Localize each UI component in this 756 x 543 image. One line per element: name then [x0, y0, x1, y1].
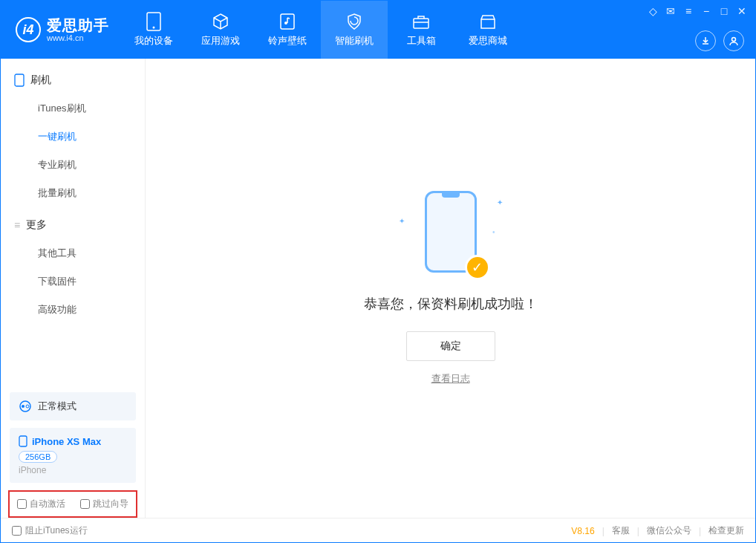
- success-message: 恭喜您，保资料刷机成功啦！: [364, 295, 538, 313]
- svg-rect-10: [19, 436, 27, 446]
- maximize-button[interactable]: □: [718, 5, 730, 17]
- nav-store[interactable]: 爱思商城: [454, 1, 521, 59]
- nav-apps-games[interactable]: 应用游戏: [187, 1, 254, 59]
- header-actions: [695, 30, 744, 51]
- download-button[interactable]: [695, 30, 716, 51]
- skin-icon[interactable]: ◇: [647, 5, 659, 17]
- mode-icon: [19, 400, 32, 413]
- app-subtitle: www.i4.cn: [47, 33, 109, 42]
- success-illustration: ✦ ✦ • ✓: [403, 191, 499, 280]
- svg-point-3: [284, 22, 287, 25]
- svg-point-9: [26, 405, 29, 408]
- svg-point-5: [732, 38, 736, 42]
- account-button[interactable]: [723, 30, 744, 51]
- version-label: V8.16: [571, 526, 594, 536]
- flash-options-highlighted: 自动激活 跳过向导: [8, 490, 137, 518]
- svg-rect-4: [414, 19, 428, 28]
- ok-button[interactable]: 确定: [406, 331, 495, 361]
- app-title: 爱思助手: [47, 17, 109, 33]
- device-icon: [144, 12, 163, 31]
- block-itunes-checkbox[interactable]: 阻止iTunes运行: [12, 524, 88, 537]
- svg-point-1: [153, 27, 155, 29]
- sidebar-item-advanced[interactable]: 高级功能: [1, 296, 145, 324]
- app-logo-icon: i4: [16, 17, 41, 42]
- minimize-button[interactable]: −: [700, 5, 712, 17]
- footer-check-update[interactable]: 检查更新: [708, 524, 744, 537]
- phone-icon: [14, 74, 25, 87]
- footer-support[interactable]: 客服: [612, 524, 630, 537]
- sidebar-item-download-firmware[interactable]: 下载固件: [1, 267, 145, 296]
- device-type: iPhone: [19, 465, 127, 475]
- svg-rect-6: [15, 74, 24, 86]
- footer: 阻止iTunes运行 V8.16 | 客服 | 微信公众号 | 检查更新: [1, 518, 755, 543]
- list-icon: ≡: [14, 219, 20, 231]
- nav-smart-flash[interactable]: 智能刷机: [321, 1, 388, 59]
- device-info[interactable]: iPhone XS Max 256GB iPhone: [10, 428, 136, 483]
- store-icon: [478, 12, 498, 31]
- sidebar-item-itunes-flash[interactable]: iTunes刷机: [1, 94, 145, 123]
- app-header: i4 爱思助手 www.i4.cn 我的设备 应用游戏 铃声壁纸 智能刷机 工具…: [1, 1, 755, 59]
- sidebar-item-other-tools[interactable]: 其他工具: [1, 239, 145, 267]
- main-content: ✦ ✦ • ✓ 恭喜您，保资料刷机成功啦！ 确定 查看日志: [146, 59, 755, 518]
- menu-icon[interactable]: ≡: [682, 5, 694, 17]
- sidebar-section-more: ≡ 更多: [1, 211, 145, 239]
- svg-point-8: [22, 405, 25, 408]
- check-icon: ✓: [465, 255, 490, 280]
- skip-guide-checkbox[interactable]: 跳过向导: [80, 498, 128, 510]
- toolbox-icon: [411, 12, 431, 31]
- sidebar-section-flash: 刷机: [1, 66, 145, 94]
- sidebar-item-pro-flash[interactable]: 专业刷机: [1, 151, 145, 179]
- music-icon: [278, 12, 297, 31]
- close-button[interactable]: ✕: [736, 5, 748, 17]
- nav-toolbox[interactable]: 工具箱: [388, 1, 454, 59]
- device-phone-icon: [19, 435, 27, 447]
- feedback-icon[interactable]: ✉: [665, 5, 677, 17]
- mode-indicator[interactable]: 正常模式: [10, 392, 136, 420]
- nav-ringtone-wallpaper[interactable]: 铃声壁纸: [254, 1, 321, 59]
- sidebar-item-oneclick-flash[interactable]: 一键刷机: [1, 123, 145, 151]
- sidebar-item-batch-flash[interactable]: 批量刷机: [1, 179, 145, 207]
- shield-icon: [345, 12, 364, 31]
- nav-my-device[interactable]: 我的设备: [120, 1, 187, 59]
- view-log-link[interactable]: 查看日志: [431, 372, 470, 386]
- storage-badge: 256GB: [19, 451, 57, 463]
- auto-activate-checkbox[interactable]: 自动激活: [17, 498, 65, 510]
- footer-wechat[interactable]: 微信公众号: [647, 524, 691, 537]
- logo-area: i4 爱思助手 www.i4.cn: [1, 1, 120, 59]
- cube-icon: [211, 12, 230, 31]
- sidebar: 刷机 iTunes刷机 一键刷机 专业刷机 批量刷机 ≡ 更多 其他工具 下载固…: [1, 59, 146, 518]
- window-controls: ◇ ✉ ≡ − □ ✕: [647, 5, 748, 17]
